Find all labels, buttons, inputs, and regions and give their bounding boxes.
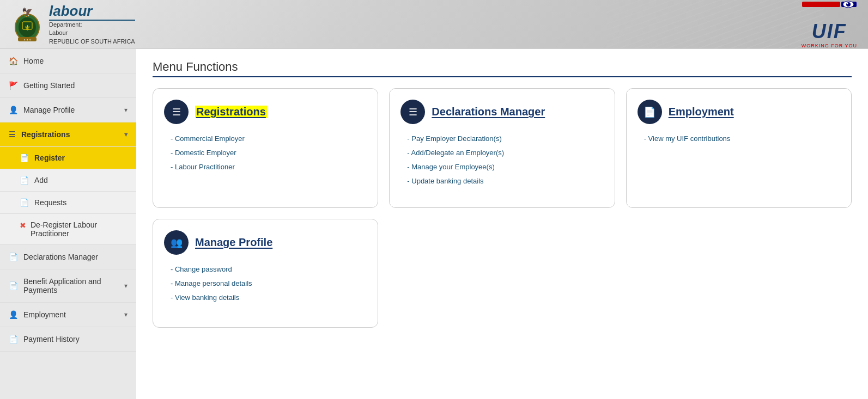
card-item: - Update banking details <box>407 174 603 188</box>
sidebar-item-getting-started[interactable]: 🚩 Getting Started <box>0 73 136 98</box>
chevron-down-icon: ▾ <box>124 106 128 114</box>
chevron-down-icon-2: ▾ <box>124 282 128 290</box>
registrations-card-items: - Commercial Employer - Domestic Employe… <box>164 132 367 174</box>
page-title: Menu Functions <box>153 60 852 74</box>
doc-decl-icon: 📄 <box>9 253 18 261</box>
card-item: - View my UIF contributions <box>644 132 840 146</box>
doc-icon: 📄 <box>20 154 29 162</box>
card-item: - Manage your Employee(s) <box>407 160 603 174</box>
person-icon: 👤 <box>9 106 18 114</box>
declarations-card-items: - Pay Employer Declaration(s) - Add/Dele… <box>400 132 603 188</box>
employment-card-title[interactable]: Employment <box>669 106 734 118</box>
sidebar-item-manage-profile[interactable]: 👤 Manage Profile ▾ <box>0 98 136 122</box>
title-divider <box>153 76 852 77</box>
chevron-down-icon: ▾ <box>124 131 128 138</box>
card-item: - Add/Delegate an Employer(s) <box>407 146 603 160</box>
doc-req-icon: 📄 <box>20 198 29 207</box>
doc-payment-icon: 📄 <box>9 335 18 343</box>
sidebar-requests-label: Requests <box>34 198 66 207</box>
sidebar-item-register[interactable]: 📄 Register <box>0 147 136 169</box>
coat-of-arms-icon: ⚜ 🦅 ✦ ✦ ✦ <box>11 5 44 43</box>
svg-text:⚜: ⚜ <box>24 23 31 32</box>
sidebar-item-employment[interactable]: 👤 Employment ▾ <box>0 303 136 327</box>
sidebar-item-declarations-manager[interactable]: 📄 Declarations Manager <box>0 245 136 269</box>
department-text: labour Department: Labour REPUBLIC OF SO… <box>49 3 135 46</box>
sidebar-item-add[interactable]: 📄 Add <box>0 169 136 192</box>
sidebar: 🏠 Home 🚩 Getting Started 👤 Manage Profil… <box>0 49 136 399</box>
card-manage-profile: 👥 Manage Profile - Change password - Man… <box>153 219 378 328</box>
sidebar-register-label: Register <box>34 154 65 162</box>
card-header-registrations: ☰ Registrations <box>164 100 367 124</box>
sidebar-item-deregister[interactable]: ✖ De-Register Labour Practitioner <box>0 214 136 245</box>
card-item: - Domestic Employer <box>171 146 367 160</box>
card-item: - Manage personal details <box>171 277 367 291</box>
declarations-card-title[interactable]: Declarations Manager <box>432 106 545 118</box>
manage-profile-card-icon: 👥 <box>164 230 189 255</box>
layout: 🏠 Home 🚩 Getting Started 👤 Manage Profil… <box>0 49 868 399</box>
sidebar-payment-label: Payment History <box>23 335 80 343</box>
sidebar-deregister-label: De-Register Labour Practitioner <box>31 220 128 238</box>
card-header-declarations: ☰ Declarations Manager <box>400 100 603 124</box>
sidebar-item-home[interactable]: 🏠 Home <box>0 49 136 73</box>
flag-icon: 🚩 <box>9 81 18 90</box>
card-employment: 📄 Employment - View my UIF contributions <box>626 88 852 208</box>
sidebar-getting-started-label: Getting Started <box>23 81 75 90</box>
employment-card-icon: 📄 <box>638 100 662 124</box>
sidebar-manage-profile-label: Manage Profile <box>23 106 75 114</box>
svg-rect-7 <box>802 2 840 7</box>
uif-badge: UIF WORKING FOR YOU <box>802 1 857 48</box>
doc-add-icon: 📄 <box>20 176 29 185</box>
sidebar-item-registrations[interactable]: ☰ Registrations ▾ <box>0 122 136 147</box>
sidebar-benefit-label: Benefit Application and Payments <box>23 277 119 294</box>
card-item: - Pay Employer Declaration(s) <box>407 132 603 146</box>
card-item: - View banking details <box>171 291 367 305</box>
sidebar-declarations-label: Declarations Manager <box>23 253 98 261</box>
chevron-down-icon-3: ▾ <box>124 311 128 318</box>
svg-text:✦ ✦ ✦: ✦ ✦ ✦ <box>23 38 32 41</box>
labour-brand: labour <box>49 3 135 21</box>
manage-profile-card-items: - Change password - Manage personal deta… <box>164 262 367 305</box>
uif-text: UIF <box>812 20 847 43</box>
sidebar-item-payment-history[interactable]: 📄 Payment History <box>0 327 136 352</box>
header-logo: ⚜ 🦅 ✦ ✦ ✦ labour Department: Labour REPU… <box>11 3 135 46</box>
sidebar-item-benefit-application[interactable]: 📄 Benefit Application and Payments ▾ <box>0 269 136 303</box>
registrations-card-icon: ☰ <box>164 100 189 124</box>
cards-row-2: 👥 Manage Profile - Change password - Man… <box>153 219 852 328</box>
card-registrations: ☰ Registrations - Commercial Employer - … <box>153 88 378 208</box>
card-item: - Change password <box>171 262 367 277</box>
card-item: - Labour Practitioner <box>171 160 367 174</box>
manage-profile-card-title[interactable]: Manage Profile <box>195 236 272 249</box>
home-icon: 🏠 <box>9 57 18 65</box>
registrations-card-title[interactable]: Registrations <box>195 106 267 118</box>
card-declarations: ☰ Declarations Manager - Pay Employer De… <box>389 88 615 208</box>
main-content: Menu Functions ☰ Registrations - Commerc… <box>136 49 868 399</box>
sidebar-home-label: Home <box>23 57 44 65</box>
uif-logo: UIF WORKING FOR YOU <box>802 1 857 48</box>
dept-subtitle: Department: Labour REPUBLIC OF SOUTH AFR… <box>49 21 135 46</box>
sidebar-registrations-label: Registrations <box>21 130 70 139</box>
svg-text:🦅: 🦅 <box>22 7 33 17</box>
employment-card-items: - View my UIF contributions <box>638 132 840 146</box>
card-header-employment: 📄 Employment <box>638 100 840 124</box>
svg-point-11 <box>846 2 848 4</box>
cards-row-1: ☰ Registrations - Commercial Employer - … <box>153 88 852 208</box>
sidebar-item-requests[interactable]: 📄 Requests <box>0 192 136 214</box>
sidebar-employment-label: Employment <box>23 310 66 319</box>
uif-subtext: WORKING FOR YOU <box>802 43 857 48</box>
list-icon: ☰ <box>9 130 16 139</box>
header: ⚜ 🦅 ✦ ✦ ✦ labour Department: Labour REPU… <box>0 0 868 49</box>
x-icon: ✖ <box>20 221 26 230</box>
sidebar-add-label: Add <box>34 176 48 185</box>
card-header-manage-profile: 👥 Manage Profile <box>164 230 367 255</box>
person-emp-icon: 👤 <box>9 310 18 319</box>
card-item: - Commercial Employer <box>171 132 367 146</box>
doc-benefit-icon: 📄 <box>9 281 18 290</box>
declarations-card-icon: ☰ <box>400 100 425 124</box>
